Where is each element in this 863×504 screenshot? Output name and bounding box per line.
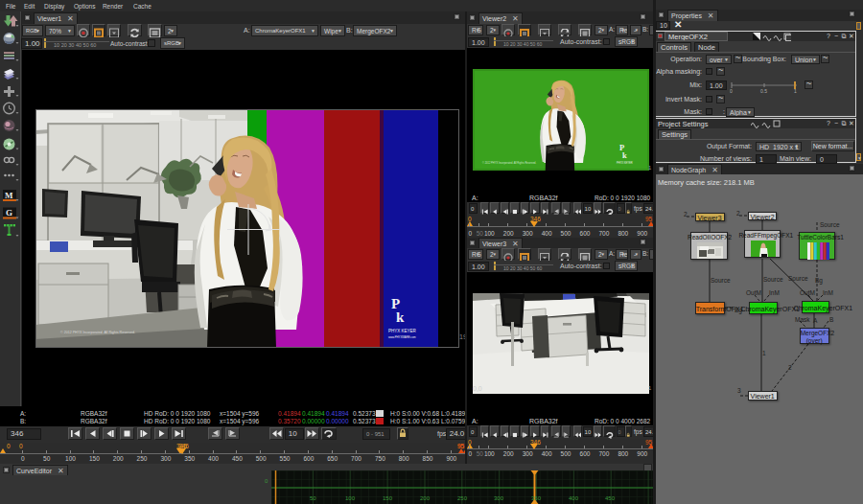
svg-text:PHYX KEYER: PHYX KEYER bbox=[388, 329, 417, 333]
svg-text:© 2012 PHYX Incorporated. All: © 2012 PHYX Incorporated. All Rights Res… bbox=[482, 161, 537, 165]
svg-text:M: M bbox=[5, 191, 13, 200]
svg-text:k: k bbox=[396, 309, 405, 325]
svg-text:1: 1 bbox=[794, 88, 797, 93]
svg-text:G: G bbox=[6, 208, 12, 218]
svg-text:k: k bbox=[622, 150, 627, 160]
svg-text:www.PHYXWARE.com: www.PHYXWARE.com bbox=[388, 335, 416, 339]
svg-text:0: 0 bbox=[730, 88, 733, 93]
svg-text:PHYX KEYER: PHYX KEYER bbox=[617, 161, 633, 165]
svg-text:0.5: 0.5 bbox=[760, 88, 767, 93]
svg-text:© 2012 PHYX Incorporated. Al: © 2012 PHYX Incorporated. All Rights Res… bbox=[60, 331, 135, 334]
